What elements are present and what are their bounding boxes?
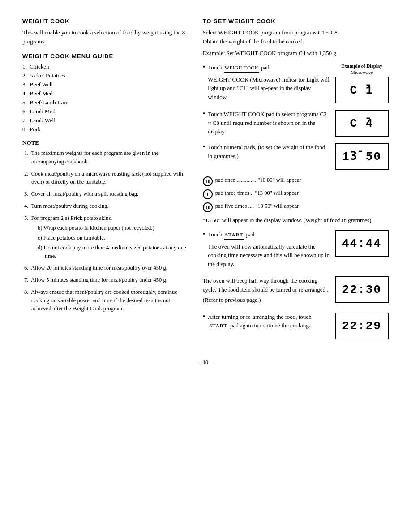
bullet-3: • — [203, 143, 206, 151]
note-title: NOTE — [22, 139, 189, 146]
note-list: 1. The maximum weights for each program … — [22, 149, 189, 313]
weigh-cook-pad-label: WEIGH COOK — [224, 64, 260, 73]
step-2-display: C​ ̄4 — [335, 110, 389, 137]
list-item: 1. The maximum weights for each program … — [22, 149, 189, 166]
final-step-text: After turning or re-arranging the food, … — [208, 313, 330, 330]
start-display: 44:44 — [335, 230, 389, 257]
list-item: 8. Always ensure that meat/poultry are c… — [22, 288, 189, 313]
display-value-2230: 22:30 — [342, 283, 381, 296]
list-item: 4. Beef Med — [22, 90, 189, 97]
example-label: Example of Display — [341, 63, 382, 69]
example-text: Example: Set WEIGHT COOK program C4 with… — [203, 50, 389, 57]
select-text: Select WEIGHT COOK program from programs… — [203, 29, 389, 36]
list-item: 5. Beef/Lamb Rare — [22, 99, 189, 106]
final-display: 22:29 — [335, 313, 389, 339]
pad-circle-10b: 10 — [203, 202, 213, 212]
intro-text: This will enable you to cook a selection… — [22, 28, 189, 46]
weight-note: "13 50" will appear in the display windo… — [203, 217, 389, 224]
start-pad-label: START — [224, 231, 244, 240]
halfway-note: The oven will beep half way through the … — [203, 276, 330, 294]
sub-list-item: b) Wrap each potato in kitchen paper (no… — [45, 224, 189, 232]
obtain-text: Obtain the weight of the food to be cook… — [203, 38, 389, 45]
pad-circle-1: 1 — [203, 189, 213, 199]
display-value-1350: 13̄ 50 — [342, 149, 381, 163]
list-item: 5. For program 2 a) Prick potato skins. … — [22, 214, 189, 261]
list-item: 2. Cook meat/poultry on a microwave roas… — [22, 170, 189, 187]
refer-note: (Refer to previous page.) — [203, 296, 330, 305]
step-1-display: Example of Display Microwave C​ ̄1 — [335, 63, 389, 103]
pad-line-1: 10 pad once .............. "10 00" will … — [203, 176, 389, 186]
start-step: • Touch START pad. The oven will now aut… — [203, 230, 389, 270]
halfway-text: The oven will beep half way through the … — [203, 276, 330, 306]
display-2230: 22:30 — [335, 276, 389, 303]
menu-list: 1. Chicken 2. Jacket Potatoes 3. Beef We… — [22, 63, 189, 133]
pad-line-3: 10 pad five times .... "13 50" will appe… — [203, 202, 389, 212]
display-1350: 13̄ 50 — [335, 143, 389, 170]
display-c4: C​ ̄4 — [335, 110, 389, 137]
step-3-text: Touch numeral pads, (to set the weight o… — [208, 143, 330, 160]
halfway-block: The oven will beep half way through the … — [203, 276, 389, 306]
pad-line-3-text: pad five times .... "13 50" will appear — [215, 202, 299, 210]
list-item: 4. Turn meat/poultry during cooking. — [22, 202, 189, 210]
sub-list-item: d) Do not cook any more than 4 medium si… — [45, 244, 189, 261]
display-4444: 44:44 — [335, 230, 389, 257]
left-title: WEIGHT COOK — [22, 18, 189, 25]
pad-lines: 10 pad once .............. "10 00" will … — [203, 176, 389, 212]
list-item: 3. Beef Well — [22, 81, 189, 88]
sub-list-item: c) Place potatoes on turntable. — [45, 234, 189, 242]
display-value-c4: C​ ̄4 — [350, 116, 374, 130]
bullet-start: • — [203, 230, 206, 238]
list-item: 3. Cover all meat/poultry with a split r… — [22, 190, 189, 198]
start-pad-label-2: START — [208, 322, 228, 330]
bullet-final: • — [203, 313, 206, 321]
display-c1: C​ ̄1 — [335, 77, 389, 103]
list-item: 8. Pork — [22, 126, 189, 133]
list-item: 6. Lamb Med — [22, 108, 189, 115]
pad-line-2-text: pad three times .. "13 00" will appear — [215, 189, 299, 197]
bullet-1: • — [203, 63, 206, 71]
pad-line-1-text: pad once .............. "10 00" will app… — [215, 176, 301, 184]
display-value-c1: C​ ̄1 — [350, 83, 374, 97]
display-value-2229: 22:29 — [342, 319, 381, 333]
step-2: • Touch WEIGHT COOK pad to select progra… — [203, 110, 389, 137]
step-1: • Touch WEIGH COOK pad. WEIGHT COOK (Mic… — [203, 63, 389, 103]
start-step-text: Touch START pad. The oven will now autom… — [208, 230, 330, 270]
bullet-2: • — [203, 110, 206, 118]
page-number: – 10 – — [22, 359, 389, 366]
list-item: 2. Jacket Potatoes — [22, 72, 189, 79]
step-3: • Touch numeral pads, (to set the weight… — [203, 143, 389, 170]
list-item: 7. Allow 5 minutes standing time for mea… — [22, 276, 189, 284]
pad-line-2: 1 pad three times .. "13 00" will appear — [203, 189, 389, 199]
step-1-text: Touch WEIGH COOK pad. WEIGHT COOK (Micro… — [208, 63, 330, 103]
menu-guide-title: WEIGHT COOK MENU GUIDE — [22, 53, 189, 60]
step-3-display: 13̄ 50 — [335, 143, 389, 170]
list-item: 6. Allow 20 minutes standing time for me… — [22, 264, 189, 272]
halfway-display: 22:30 — [335, 276, 389, 303]
display-2229: 22:29 — [335, 313, 389, 339]
display-value-4444: 44:44 — [342, 237, 381, 250]
pad-circle-10a: 10 — [203, 176, 213, 186]
microwave-label: Microwave — [351, 69, 373, 75]
step-2-text: Touch WEIGHT COOK pad to select programs… — [208, 110, 330, 136]
final-step: • After turning or re-arranging the food… — [203, 313, 389, 339]
right-title: TO SET WEIGHT COOK — [203, 18, 389, 25]
list-item: 7. Lamb Well — [22, 117, 189, 124]
list-item: 1. Chicken — [22, 63, 189, 70]
